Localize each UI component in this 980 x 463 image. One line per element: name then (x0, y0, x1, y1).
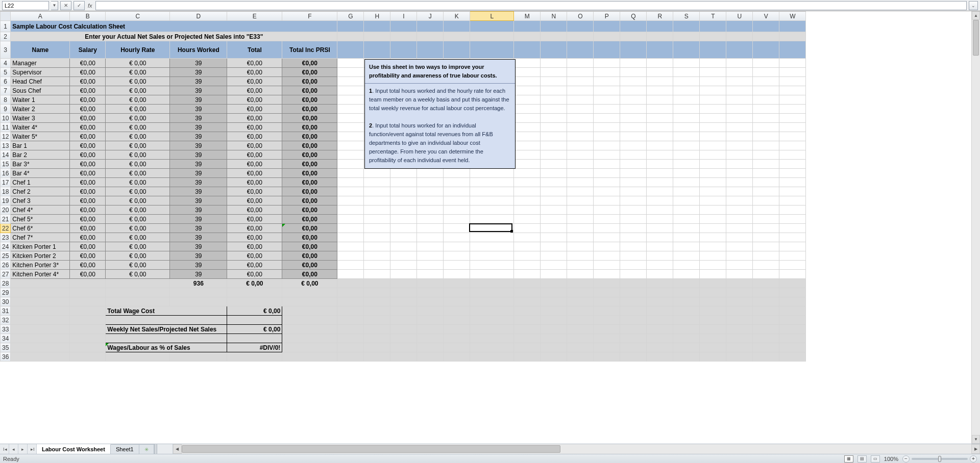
cell[interactable] (364, 224, 390, 233)
cell[interactable] (417, 297, 444, 306)
cell[interactable] (337, 270, 364, 279)
total-amount[interactable]: € 0,00 (227, 279, 282, 288)
column-header-P[interactable]: P (594, 12, 620, 21)
cell[interactable] (470, 41, 514, 59)
cell-salary[interactable]: €0,00 (70, 233, 106, 242)
cell[interactable] (779, 352, 806, 362)
cell[interactable] (726, 95, 753, 105)
cell[interactable] (673, 261, 700, 270)
cell[interactable] (673, 68, 700, 77)
cell[interactable] (673, 224, 700, 233)
tab-nav-first-icon[interactable]: I◂ (0, 444, 9, 454)
cell-total-prsi[interactable]: €0,00 (282, 59, 337, 68)
cell[interactable] (541, 187, 567, 196)
view-page-layout-icon[interactable]: ▤ (857, 455, 867, 462)
cell[interactable] (726, 343, 753, 352)
cell[interactable] (779, 21, 806, 32)
cell[interactable] (364, 261, 390, 270)
cell[interactable] (620, 178, 647, 187)
cell[interactable] (753, 32, 779, 41)
cell[interactable] (647, 270, 673, 279)
cell[interactable] (364, 233, 390, 242)
cell[interactable] (444, 325, 470, 334)
row-header-30[interactable]: 30 (1, 297, 11, 306)
cell[interactable] (337, 215, 364, 224)
cell-salary[interactable]: €0,00 (70, 77, 106, 86)
cell[interactable] (700, 178, 726, 187)
cell[interactable] (444, 251, 470, 261)
cell-name[interactable]: Bar 2 (11, 150, 70, 160)
cell-total[interactable]: €0,00 (227, 242, 282, 251)
cell-salary[interactable]: €0,00 (70, 261, 106, 270)
cell[interactable] (567, 205, 594, 215)
cell[interactable] (753, 306, 779, 316)
column-header-E[interactable]: E (227, 12, 282, 21)
new-sheet-icon[interactable]: ✳ (139, 444, 154, 454)
cell[interactable] (779, 279, 806, 288)
cell[interactable] (514, 270, 541, 279)
cell[interactable] (567, 325, 594, 334)
cell[interactable] (70, 279, 106, 288)
cell[interactable] (70, 352, 106, 362)
cell[interactable] (700, 105, 726, 114)
cell[interactable] (620, 261, 647, 270)
cell[interactable] (514, 178, 541, 187)
cell-hours[interactable]: 39 (170, 141, 227, 150)
cell[interactable] (753, 288, 779, 297)
cell[interactable] (470, 242, 514, 251)
cell[interactable] (594, 343, 620, 352)
cell[interactable] (700, 297, 726, 306)
cell[interactable] (514, 41, 541, 59)
cell[interactable] (779, 187, 806, 196)
cell-name[interactable]: Bar 4* (11, 169, 70, 178)
cell[interactable] (700, 68, 726, 77)
cell[interactable] (337, 233, 364, 242)
column-header-L[interactable]: L (470, 12, 514, 21)
cell-salary[interactable]: €0,00 (70, 86, 106, 95)
cell-total[interactable]: €0,00 (227, 95, 282, 105)
cell[interactable] (170, 352, 227, 362)
cell[interactable] (647, 297, 673, 306)
cell[interactable] (567, 187, 594, 196)
cell[interactable] (594, 59, 620, 68)
cancel-formula-icon[interactable]: ✕ (60, 1, 71, 10)
cell[interactable] (594, 224, 620, 233)
cell[interactable] (417, 41, 444, 59)
cell[interactable] (470, 32, 514, 41)
cell[interactable] (70, 325, 106, 334)
cell[interactable] (227, 297, 282, 306)
cell[interactable] (753, 187, 779, 196)
cell[interactable] (567, 169, 594, 178)
cell[interactable] (567, 316, 594, 325)
cell[interactable] (753, 77, 779, 86)
cell[interactable] (337, 105, 364, 114)
column-header-U[interactable]: U (726, 12, 753, 21)
cell[interactable] (753, 334, 779, 343)
cell[interactable] (779, 334, 806, 343)
cell[interactable] (647, 352, 673, 362)
cell-total-prsi[interactable]: €0,00 (282, 187, 337, 196)
select-all-corner[interactable] (1, 12, 11, 21)
cell[interactable] (514, 306, 541, 316)
cell-total-prsi[interactable]: €0,00 (282, 169, 337, 178)
cell[interactable] (337, 224, 364, 233)
cell[interactable] (567, 196, 594, 205)
cell-rate[interactable]: € 0,00 (106, 150, 170, 160)
cell[interactable] (417, 32, 444, 41)
cell[interactable] (753, 150, 779, 160)
cell[interactable] (594, 325, 620, 334)
cell[interactable] (417, 261, 444, 270)
cell-salary[interactable]: €0,00 (70, 196, 106, 205)
cell[interactable] (364, 297, 390, 306)
cell[interactable] (390, 242, 417, 251)
cell[interactable] (647, 196, 673, 205)
cell[interactable] (779, 224, 806, 233)
cell[interactable] (700, 86, 726, 95)
cell[interactable] (337, 325, 364, 334)
cell[interactable] (541, 86, 567, 95)
cell[interactable] (106, 288, 170, 297)
cell[interactable] (647, 178, 673, 187)
cell[interactable] (673, 242, 700, 251)
cell-total-prsi[interactable]: €0,00 (282, 86, 337, 95)
cell[interactable] (753, 169, 779, 178)
